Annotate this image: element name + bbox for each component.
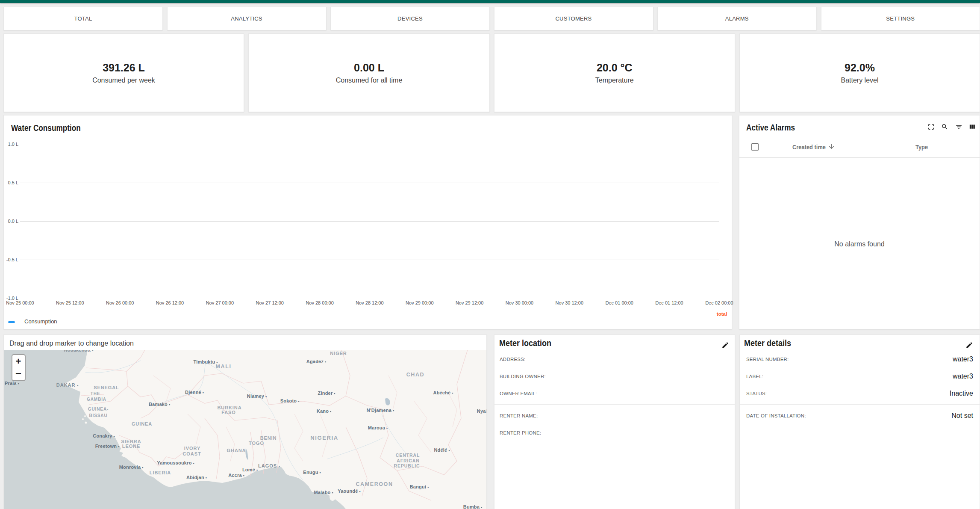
svg-text:Timbuktu ▪: Timbuktu ▪ — [194, 359, 218, 364]
svg-text:Abidjan ▪: Abidjan ▪ — [186, 475, 207, 480]
svg-text:Ndélé ▪: Ndélé ▪ — [434, 447, 450, 453]
svg-text:Enugu ▪: Enugu ▪ — [303, 470, 321, 475]
svg-text:LIBERIA: LIBERIA — [150, 470, 171, 475]
svg-text:Conakry ▪: Conakry ▪ — [93, 433, 115, 438]
svg-text:CENTRAL: CENTRAL — [396, 453, 420, 458]
svg-text:DAKAR ▪: DAKAR ▪ — [56, 382, 79, 388]
svg-text:CAMEROON: CAMEROON — [356, 481, 393, 487]
svg-text:IVORY: IVORY — [184, 446, 200, 451]
svg-text:REPUBLIC: REPUBLIC — [394, 463, 420, 468]
svg-text:FASO: FASO — [221, 410, 236, 415]
svg-text:Niamey ▪: Niamey ▪ — [247, 394, 267, 399]
svg-text:NIGER: NIGER — [330, 351, 347, 356]
svg-text:MALI: MALI — [216, 364, 232, 370]
svg-text:Maroua ▪: Maroua ▪ — [368, 425, 388, 430]
svg-text:GHANA: GHANA — [227, 448, 246, 453]
svg-text:LAGOS ▪: LAGOS ▪ — [258, 463, 280, 468]
svg-text:LEONE: LEONE — [122, 444, 140, 449]
svg-text:Yamoussoukro ▪: Yamoussoukro ▪ — [157, 460, 194, 465]
svg-text:BENIN: BENIN — [260, 435, 277, 441]
svg-text:Abéché ▪: Abéché ▪ — [433, 390, 453, 395]
svg-text:Praia ▪: Praia ▪ — [5, 381, 19, 386]
svg-text:NIGERIA: NIGERIA — [310, 435, 338, 441]
svg-text:Zinder ▪: Zinder ▪ — [318, 391, 335, 396]
svg-text:N'Djamena ▪: N'Djamena ▪ — [367, 408, 394, 413]
svg-text:Malabo ▪: Malabo ▪ — [314, 490, 333, 495]
svg-text:Sokoto ▪: Sokoto ▪ — [280, 398, 300, 403]
svg-text:THE: THE — [91, 391, 100, 396]
svg-text:GAMBIA: GAMBIA — [87, 397, 106, 402]
svg-text:Agadez ▪: Agadez ▪ — [306, 359, 326, 364]
svg-text:Nouakchott ▪: Nouakchott ▪ — [64, 350, 94, 352]
svg-text:AFRICAN: AFRICAN — [397, 458, 420, 463]
svg-text:Djenné ▪: Djenné ▪ — [185, 390, 204, 395]
svg-text:Lomé ▪: Lomé ▪ — [242, 467, 258, 472]
svg-text:Nyala: Nyala — [477, 408, 486, 414]
svg-text:Kano ▪: Kano ▪ — [317, 408, 331, 414]
svg-text:Freetown ▪: Freetown ▪ — [95, 444, 120, 449]
svg-text:TOGO: TOGO — [249, 441, 264, 446]
svg-text:Bumba ▪: Bumba ▪ — [463, 504, 482, 509]
svg-text:GUINEA: GUINEA — [132, 421, 152, 426]
svg-text:BISSAU: BISSAU — [89, 413, 107, 418]
svg-text:Accra ▪: Accra ▪ — [228, 473, 244, 478]
svg-text:Monrovia ▪: Monrovia ▪ — [119, 465, 144, 470]
svg-text:Bamako ▪: Bamako ▪ — [149, 402, 170, 407]
svg-text:Bangui ▪: Bangui ▪ — [410, 484, 429, 489]
svg-text:Yaoundé ▪: Yaoundé ▪ — [338, 488, 360, 494]
svg-text:GUINEA-: GUINEA- — [88, 407, 109, 411]
svg-text:SENEGAL: SENEGAL — [94, 385, 119, 390]
svg-text:CHAD: CHAD — [406, 372, 425, 378]
svg-text:COAST: COAST — [183, 451, 201, 456]
